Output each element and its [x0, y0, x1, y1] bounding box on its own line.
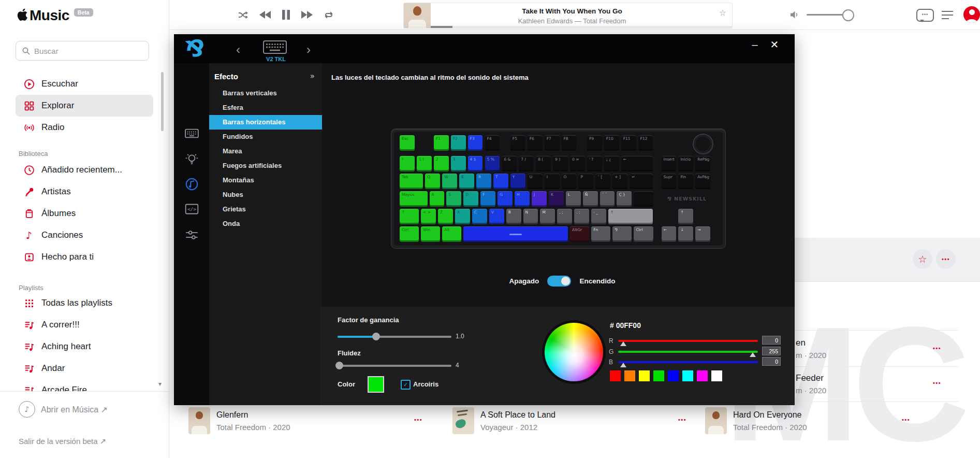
key-inicio[interactable]: Inicio: [678, 156, 693, 171]
key-blank[interactable]: ↓: [678, 226, 693, 242]
key-blank[interactable]: . :: [574, 209, 589, 224]
minimize-button[interactable]: –: [748, 37, 762, 52]
sidebar-item-escuchar[interactable]: Escuchar: [16, 73, 153, 95]
key-l[interactable]: L: [566, 191, 581, 207]
key-blank[interactable]: ´ ¨: [600, 191, 615, 207]
key-j[interactable]: J: [532, 191, 547, 207]
key-h[interactable]: H: [515, 191, 530, 207]
key-f1[interactable]: F1: [434, 135, 449, 151]
color-swatch-ffff00[interactable]: [639, 370, 650, 381]
star-icon[interactable]: ☆: [719, 8, 726, 18]
favorite-star-button[interactable]: ☆: [913, 249, 932, 269]
color-swatch-ff8000[interactable]: [624, 370, 635, 381]
key-a[interactable]: A: [430, 191, 445, 207]
more-options-button[interactable]: •••: [936, 249, 956, 269]
sidebar-item-a-adido-recientem[interactable]: Añadido recientem...: [16, 159, 153, 181]
key-7[interactable]: 7 /: [519, 156, 534, 171]
sidebar-item-radio[interactable]: Radio: [16, 117, 153, 138]
key-blank[interactable]: ⅋: [612, 226, 632, 242]
key-f6[interactable]: F6: [528, 135, 543, 151]
song-title-partial[interactable]: en: [796, 338, 806, 348]
key-blank[interactable]: ←: [662, 226, 677, 242]
key-supr[interactable]: Supr: [662, 174, 677, 189]
key-insert[interactable]: Insert: [662, 156, 677, 171]
color-swatch-ffffff[interactable]: [711, 370, 722, 381]
keyboard-mode-icon[interactable]: [185, 126, 199, 140]
sidebar-item-arcade-fire[interactable]: Arcade Fire: [16, 379, 153, 392]
fluidity-slider[interactable]: [338, 365, 451, 367]
settings-sliders-icon[interactable]: [185, 228, 199, 242]
scroll-down-icon[interactable]: ▾: [158, 380, 162, 388]
effect-item-barras-horizontales[interactable]: Barras horizontales: [209, 115, 322, 130]
key-f7[interactable]: F7: [545, 135, 560, 151]
song-title[interactable]: Glenfern: [216, 410, 248, 420]
effect-item-nubes[interactable]: Nubes: [209, 188, 322, 202]
key-may-s[interactable]: Mayús: [400, 191, 428, 207]
sidebar-item-lbumes[interactable]: Álbumes: [16, 203, 153, 224]
lighting-mode-icon[interactable]: [185, 152, 199, 166]
macro-mode-icon[interactable]: </>: [185, 202, 199, 216]
color-swatch-ff00ff[interactable]: [697, 370, 708, 381]
gain-slider-knob[interactable]: [372, 333, 380, 340]
key-g[interactable]: G: [498, 191, 513, 207]
queue-icon[interactable]: [941, 9, 954, 23]
key-m[interactable]: M: [540, 209, 555, 224]
pause-icon[interactable]: [282, 10, 290, 20]
key-f10[interactable]: F10: [604, 135, 619, 151]
gain-slider[interactable]: [338, 336, 451, 338]
album-art[interactable]: [188, 407, 210, 434]
color-swatch-0000ff[interactable]: [668, 370, 679, 381]
color-swatch[interactable]: [368, 376, 384, 393]
key-d[interactable]: D: [463, 191, 478, 207]
key-avp-g[interactable]: AvPág: [695, 174, 710, 189]
key-blank[interactable]: ' ?: [587, 156, 602, 171]
leave-beta-link[interactable]: Salir de la versión beta ↗: [19, 437, 106, 446]
key-blank[interactable]: - _: [591, 209, 606, 224]
r-slider-handle[interactable]: [620, 341, 626, 346]
key-f8[interactable]: F8: [562, 135, 577, 151]
key-n[interactable]: N: [523, 209, 538, 224]
color-swatch-00ffff[interactable]: [682, 370, 693, 381]
key-blank[interactable]: ↑: [678, 209, 693, 224]
g-slider[interactable]: [618, 351, 758, 353]
key-4[interactable]: 4 $: [468, 156, 483, 171]
key-f3[interactable]: F3: [468, 135, 483, 151]
effect-item-barras-verticales[interactable]: Barras verticales: [209, 86, 322, 101]
key-b[interactable]: B: [506, 209, 521, 224]
key-blank[interactable]: + ]: [612, 174, 627, 189]
lighting-toggle[interactable]: [547, 276, 571, 287]
key-i[interactable]: I: [545, 174, 560, 189]
effect-item-esfera[interactable]: Esfera: [209, 101, 322, 115]
key-blank[interactable]: Ç }: [617, 191, 632, 207]
song-title[interactable]: A Soft Place to Land: [480, 410, 555, 420]
more-options-icon[interactable]: •••: [933, 380, 941, 386]
key-y[interactable]: Y: [510, 174, 525, 189]
lyrics-icon[interactable]: •••: [916, 9, 934, 22]
key-c[interactable]: C: [472, 209, 487, 224]
key-f[interactable]: F: [480, 191, 495, 207]
key-blank[interactable]: ↵: [630, 174, 653, 189]
key-5[interactable]: 5 %: [485, 156, 500, 171]
album-art[interactable]: [705, 407, 727, 434]
key-altgr[interactable]: AltGr: [570, 226, 589, 242]
key-f5[interactable]: F5: [510, 135, 525, 151]
sidebar-scrollbar[interactable]: [161, 72, 164, 131]
sidebar-item-todas-las-playlists[interactable]: Todas las playlists: [16, 292, 153, 314]
key-o[interactable]: O: [562, 174, 577, 189]
sidebar-item-explorar[interactable]: Explorar: [16, 95, 153, 117]
sidebar-item-canciones[interactable]: ♪Canciones: [16, 224, 153, 246]
effect-item-marea[interactable]: Marea: [209, 144, 322, 159]
key-z[interactable]: Z: [438, 209, 453, 224]
song-title[interactable]: Hard On Everyone: [733, 410, 802, 420]
sidebar-item-hecho-para-ti[interactable]: Hecho para ti: [16, 246, 153, 268]
effect-item-fuegos-artificiales[interactable]: Fuegos artificiales: [209, 159, 322, 173]
key-0[interactable]: 0 =: [570, 156, 585, 171]
chevron-right-icon[interactable]: ›: [306, 44, 311, 56]
more-options-icon[interactable]: •••: [678, 417, 686, 423]
sidebar-item-artistas[interactable]: Artistas: [16, 181, 153, 203]
key-blank[interactable]: ` [: [595, 174, 610, 189]
key-x[interactable]: X: [455, 209, 470, 224]
key-fin[interactable]: Fin: [678, 174, 693, 189]
effect-item-grietas[interactable]: Grietas: [209, 202, 322, 217]
previous-icon[interactable]: [259, 11, 271, 19]
